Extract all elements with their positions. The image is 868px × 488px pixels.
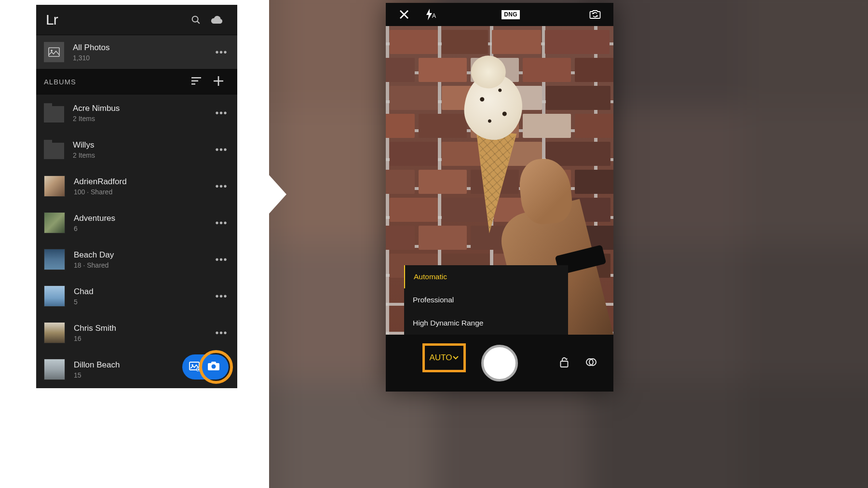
camera-viewfinder[interactable]: Automatic Professional High Dynamic Rang…	[386, 26, 613, 335]
album-thumbnail	[44, 322, 65, 343]
switch-camera-icon[interactable]	[585, 10, 605, 19]
app-logo: Lr	[46, 12, 58, 28]
album-name: Chris Smith	[74, 323, 213, 333]
dng-badge[interactable]: DNG	[502, 10, 520, 19]
all-photos-row[interactable]: All Photos 1,310 •••	[36, 35, 237, 69]
sort-icon[interactable]	[185, 77, 207, 87]
mode-selector-label: AUTO	[430, 353, 452, 363]
album-row[interactable]: Willys 2 Items •••	[36, 131, 237, 168]
all-photos-count: 1,310	[73, 54, 213, 62]
camera-screen: A DNG	[386, 3, 613, 392]
album-name: AdrienRadford	[74, 176, 213, 187]
fab-group	[182, 354, 229, 380]
search-icon[interactable]	[185, 14, 206, 25]
album-sub: 100 · Shared	[74, 188, 213, 196]
camera-mode-menu: Automatic Professional High Dynamic Rang…	[404, 265, 568, 335]
close-icon[interactable]	[394, 10, 414, 19]
camera-top-bar: A DNG	[386, 3, 613, 26]
cloud-sync-icon[interactable]	[206, 15, 228, 25]
chevron-down-icon	[453, 355, 459, 360]
filters-icon[interactable]	[585, 356, 597, 370]
albums-header: ALBUMS	[36, 69, 237, 95]
album-row[interactable]: Chad 5 •••	[36, 278, 237, 314]
album-more-icon[interactable]: •••	[213, 327, 230, 339]
album-more-icon[interactable]: •••	[213, 144, 230, 155]
album-more-icon[interactable]: •••	[213, 291, 230, 302]
camera-icon[interactable]	[207, 361, 220, 373]
album-name: Willys	[73, 140, 213, 150]
album-thumbnail	[44, 249, 65, 270]
svg-rect-8	[214, 80, 223, 81]
add-album-icon[interactable]	[207, 76, 230, 88]
top-bar: Lr	[36, 5, 237, 35]
mode-selector-button[interactable]: AUTO	[422, 343, 466, 372]
svg-rect-4	[191, 77, 201, 79]
svg-rect-2	[49, 48, 59, 56]
album-row[interactable]: Adventures 6 •••	[36, 204, 237, 241]
album-sub: 16	[74, 335, 213, 342]
album-more-icon[interactable]: •••	[213, 217, 230, 229]
album-name: Acre Nimbus	[73, 103, 213, 113]
folder-icon	[44, 106, 64, 122]
svg-point-0	[192, 16, 198, 22]
album-name: Adventures	[74, 213, 213, 223]
album-sub: 6	[74, 225, 213, 232]
album-more-icon[interactable]: •••	[213, 181, 230, 192]
all-photos-icon	[44, 42, 64, 62]
album-name: Beach Day	[74, 250, 213, 260]
svg-point-12	[212, 365, 216, 369]
flow-arrow-icon	[269, 175, 286, 214]
camera-bottom-bar: AUTO	[386, 335, 613, 392]
viewfinder-cone	[469, 131, 516, 234]
add-fab[interactable]	[182, 354, 229, 380]
flash-auto-icon[interactable]: A	[425, 9, 436, 20]
album-more-icon[interactable]: •••	[213, 254, 230, 265]
mode-option-professional[interactable]: Professional	[404, 288, 568, 312]
svg-point-3	[51, 50, 53, 52]
lightroom-album-screen: Lr All Photos 1,310 ••• ALBUMS Acre Nimb…	[36, 5, 237, 388]
album-thumbnail	[44, 212, 65, 233]
albums-header-label: ALBUMS	[44, 78, 185, 86]
album-sub: 18 · Shared	[74, 261, 213, 269]
all-photos-more-icon[interactable]: •••	[213, 47, 230, 58]
svg-rect-5	[191, 80, 198, 81]
folder-icon	[44, 143, 64, 159]
album-row[interactable]: AdrienRadford 100 · Shared •••	[36, 168, 237, 204]
album-thumbnail	[44, 285, 65, 307]
album-thumbnail	[44, 176, 65, 197]
mode-option-automatic[interactable]: Automatic	[404, 265, 568, 288]
svg-rect-6	[191, 83, 195, 85]
album-row[interactable]: Acre Nimbus 2 Items •••	[36, 95, 237, 131]
album-thumbnail	[44, 359, 65, 380]
svg-line-1	[197, 21, 200, 24]
album-sub: 5	[74, 298, 213, 306]
svg-rect-15	[561, 361, 568, 367]
shutter-button[interactable]	[481, 345, 518, 381]
lock-icon[interactable]	[559, 356, 569, 370]
album-more-icon[interactable]: •••	[213, 108, 230, 119]
album-row[interactable]: Chris Smith 16 •••	[36, 314, 237, 351]
add-photo-icon[interactable]	[189, 361, 201, 373]
flash-mode-label: A	[432, 13, 436, 19]
mode-option-hdr[interactable]: High Dynamic Range	[404, 312, 568, 335]
album-sub: 2 Items	[73, 151, 213, 159]
album-name: Chad	[74, 286, 213, 297]
album-row[interactable]: Beach Day 18 · Shared •••	[36, 241, 237, 278]
all-photos-title: All Photos	[73, 42, 213, 53]
album-sub: 2 Items	[73, 115, 213, 122]
